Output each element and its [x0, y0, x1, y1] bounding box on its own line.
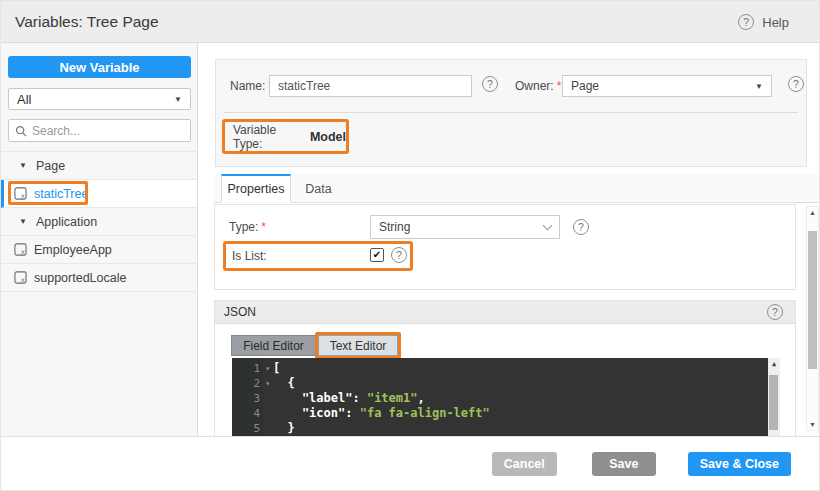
- owner-select[interactable]: Page ▼: [562, 75, 772, 97]
- line-number: 1▾: [232, 361, 263, 376]
- code-text: "icon": "fa fa-align-left": [263, 406, 490, 421]
- line-number: 2▾: [232, 376, 263, 391]
- type-value: String: [379, 220, 410, 234]
- tree-item-supportedLocale[interactable]: xsupportedLocale: [1, 264, 197, 292]
- editor-mode-toggle: Field Editor Text Editor: [231, 332, 401, 359]
- tree-group-label: Application: [36, 215, 97, 229]
- owner-label: Owner:*: [515, 79, 561, 93]
- is-list-label: Is List:: [232, 249, 267, 263]
- tree-item-label: EmployeeApp: [34, 243, 112, 257]
- owner-value: Page: [571, 79, 599, 93]
- properties-panel: Type:* String ? Is List: ✔ ?: [214, 204, 796, 290]
- variable-summary-panel: Name:* ? Owner:* Page ▼ ? Variable Type:…: [215, 59, 807, 167]
- name-input[interactable]: [269, 75, 472, 97]
- variable-type-label: Variable Type:: [233, 123, 299, 151]
- svg-text:x: x: [21, 192, 25, 200]
- tree-item-label: supportedLocale: [34, 271, 126, 285]
- main-scrollbar[interactable]: ▲ ▼: [806, 206, 819, 431]
- json-help-icon[interactable]: ?: [767, 304, 783, 320]
- code-lines: 1▾[2▾ {3 "label": "item1",4 "icon": "fa …: [232, 361, 768, 436]
- required-asterisk: *: [261, 220, 266, 234]
- code-line[interactable]: 4 "icon": "fa fa-align-left": [232, 406, 768, 421]
- is-list-highlight-box: Is List: ✔ ?: [223, 241, 413, 271]
- search-icon: [15, 125, 27, 137]
- search-box: [8, 119, 191, 142]
- caret-down-icon: ▼: [174, 95, 182, 104]
- svg-text:x: x: [21, 276, 25, 284]
- variables-sidebar: New Variable All ▼ ▼PagexstaticTree▼Appl…: [1, 43, 198, 436]
- help-icon: ?: [738, 14, 754, 30]
- code-line[interactable]: 1▾[: [232, 361, 768, 376]
- name-help-icon[interactable]: ?: [482, 76, 498, 92]
- sidebar-scrollbar-track[interactable]: [198, 43, 212, 436]
- scroll-up-icon[interactable]: ▲: [807, 209, 818, 216]
- tree-group-label: Page: [36, 159, 65, 173]
- code-line[interactable]: 5 }: [232, 421, 768, 436]
- chevron-down-icon: [543, 220, 553, 230]
- type-select[interactable]: String: [370, 215, 560, 239]
- variable-icon: x: [14, 271, 27, 284]
- code-line[interactable]: 3 "label": "item1",: [232, 391, 768, 406]
- fold-caret-icon[interactable]: ▾: [265, 361, 270, 376]
- dialog-body: New Variable All ▼ ▼PagexstaticTree▼Appl…: [1, 43, 819, 436]
- dialog-footer: Cancel Save Save & Close: [1, 436, 819, 490]
- variables-dialog: Variables: Tree Page ? Help New Variable…: [0, 0, 820, 491]
- svg-text:x: x: [21, 248, 25, 256]
- caret-down-icon[interactable]: ▼: [19, 161, 33, 170]
- line-number: 4: [232, 406, 263, 421]
- tree-item-label: staticTree: [34, 187, 88, 201]
- fold-caret-icon[interactable]: ▾: [265, 376, 270, 391]
- editor-scrollbar[interactable]: ▲: [768, 358, 780, 438]
- owner-help-icon[interactable]: ?: [788, 76, 804, 92]
- dialog-header: Variables: Tree Page ? Help: [1, 1, 819, 43]
- variable-tree: ▼PagexstaticTree▼ApplicationxEmployeeApp…: [1, 151, 197, 292]
- line-number: 3: [232, 391, 263, 406]
- scroll-up-icon[interactable]: ▲: [768, 360, 780, 368]
- json-section-title: JSON: [224, 305, 256, 319]
- json-code-editor[interactable]: 1▾[2▾ {3 "label": "item1",4 "icon": "fa …: [232, 358, 780, 438]
- caret-down-icon: ▼: [755, 82, 763, 91]
- new-variable-button[interactable]: New Variable: [8, 56, 191, 78]
- type-help-icon[interactable]: ?: [573, 219, 589, 235]
- is-list-checkbox[interactable]: ✔: [370, 248, 384, 262]
- save-close-button[interactable]: Save & Close: [688, 452, 791, 476]
- type-label: Type:*: [229, 220, 266, 234]
- field-editor-button[interactable]: Field Editor: [231, 335, 316, 356]
- save-button[interactable]: Save: [592, 452, 656, 476]
- tab-data[interactable]: Data: [291, 174, 346, 203]
- variable-type-value: Model: [310, 130, 346, 144]
- tree-group-Page[interactable]: ▼Page: [1, 152, 197, 180]
- json-section: JSON ? Field Editor Text Editor 1▾[2▾ {3…: [214, 300, 796, 438]
- search-input[interactable]: [32, 124, 172, 138]
- text-editor-highlight-box: Text Editor: [315, 332, 401, 359]
- caret-down-icon[interactable]: ▼: [19, 217, 33, 226]
- required-asterisk: *: [557, 79, 562, 93]
- code-text: "label": "item1",: [263, 391, 425, 406]
- tree-group-Application[interactable]: ▼Application: [1, 208, 197, 236]
- json-section-header: JSON ?: [215, 301, 795, 324]
- help-button[interactable]: ? Help: [738, 1, 789, 43]
- cancel-button[interactable]: Cancel: [492, 452, 557, 476]
- filter-value: All: [17, 92, 31, 107]
- help-label: Help: [762, 15, 789, 30]
- scroll-down-icon[interactable]: ▼: [807, 421, 818, 428]
- name-label: Name:*: [230, 79, 273, 93]
- text-editor-button[interactable]: Text Editor: [318, 335, 398, 356]
- tree-item-staticTree[interactable]: xstaticTree: [1, 180, 197, 208]
- tab-content: Type:* String ? Is List: ✔ ? JSO: [212, 203, 819, 438]
- main-panel: Name:* ? Owner:* Page ▼ ? Variable Type:…: [212, 43, 819, 436]
- code-line[interactable]: 2▾ {: [232, 376, 768, 391]
- variable-type-highlight-box: Variable Type: Model: [222, 119, 349, 154]
- dialog-title: Variables: Tree Page: [15, 13, 159, 31]
- panel-divider: [224, 112, 798, 113]
- tab-properties[interactable]: Properties: [221, 174, 291, 203]
- variable-icon: x: [14, 243, 27, 256]
- editor-scrollbar-thumb[interactable]: [769, 375, 778, 430]
- main-scrollbar-thumb[interactable]: [808, 231, 817, 369]
- line-number: 5: [232, 421, 263, 436]
- filter-select[interactable]: All ▼: [8, 88, 191, 110]
- tree-item-EmployeeApp[interactable]: xEmployeeApp: [1, 236, 197, 264]
- is-list-help-icon[interactable]: ?: [391, 247, 407, 263]
- variable-icon: x: [14, 187, 27, 200]
- code-text: }: [263, 421, 295, 436]
